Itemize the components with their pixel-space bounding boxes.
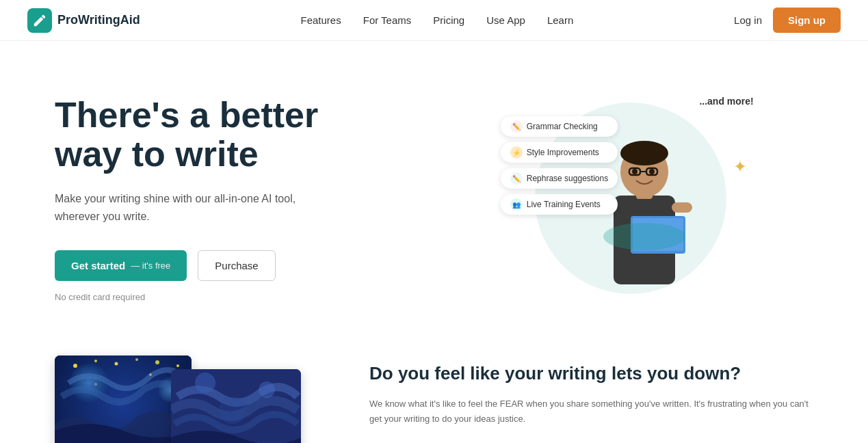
chip-rephrase-icon: ✏️ (510, 172, 523, 185)
svg-point-19 (176, 364, 179, 367)
svg-rect-4 (672, 202, 692, 213)
nav-link-use-app[interactable]: Use App (486, 14, 525, 26)
chip-rephrase: ✏️ Rephrase suggestions (501, 168, 618, 189)
chip-training-icon: 👥 (510, 198, 523, 211)
nav-link-pricing[interactable]: Pricing (433, 14, 464, 26)
svg-point-12 (649, 169, 655, 174)
chip-style-icon: ⚡ (510, 146, 523, 159)
sparkle-icon: ✦ (733, 157, 747, 176)
svg-point-21 (195, 373, 215, 393)
nav-link-for-teams[interactable]: For Teams (363, 14, 412, 26)
no-credit-text: No credit card required (55, 292, 421, 302)
get-started-button[interactable]: Get started — it's free (55, 250, 187, 281)
svg-point-18 (155, 360, 159, 364)
svg-point-15 (94, 360, 97, 362)
nav-actions: Log in Sign up (734, 8, 841, 33)
hero-illustration: ...and more! ✦ ✏️ Grammar Checking ⚡ Sty… (501, 89, 761, 308)
and-more-text: ...and more! (699, 96, 753, 107)
brand-logo-link[interactable]: ProWritingAid (27, 8, 140, 33)
login-button[interactable]: Log in (734, 14, 762, 26)
bottom-section: My idea in my head Do you feel like your… (0, 355, 868, 443)
hero-subtitle: Make your writing shine with our all-in-… (55, 190, 315, 225)
svg-point-13 (603, 223, 685, 250)
bottom-section-text: We know what it's like to feel the FEAR … (369, 397, 813, 427)
svg-point-16 (115, 362, 118, 366)
hero-section: There's a better way to write Make your … (0, 41, 868, 342)
bottom-left: My idea in my head (55, 355, 315, 443)
nav-links: Features For Teams Pricing Use App Learn (301, 14, 574, 26)
signup-button[interactable]: Sign up (773, 8, 841, 33)
feature-chips: ✏️ Grammar Checking ⚡ Style Improvements… (501, 116, 618, 215)
svg-point-7 (620, 141, 668, 165)
hero-right: ...and more! ✦ ✏️ Grammar Checking ⚡ Sty… (448, 82, 814, 314)
artwork-card-2 (171, 369, 301, 443)
navbar: ProWritingAid Features For Teams Pricing… (0, 0, 868, 41)
nav-link-features[interactable]: Features (301, 14, 341, 26)
bottom-right: Do you feel like your writing lets you d… (369, 355, 813, 427)
hero-cta-group: Get started — it's free Purchase (55, 250, 421, 281)
nav-link-learn[interactable]: Learn (547, 14, 573, 26)
chip-grammar: ✏️ Grammar Checking (501, 116, 618, 137)
svg-point-23 (219, 397, 246, 424)
chip-grammar-icon: ✏️ (510, 120, 523, 133)
hero-title: There's a better way to write (55, 96, 421, 174)
artwork-container: My idea in my head (55, 355, 287, 443)
hero-left: There's a better way to write Make your … (55, 82, 421, 302)
svg-point-22 (259, 381, 275, 398)
svg-point-14 (73, 364, 77, 368)
bottom-section-title: Do you feel like your writing lets you d… (369, 362, 813, 386)
purchase-button[interactable]: Purchase (198, 250, 275, 281)
artwork-card-2-inner (171, 369, 301, 443)
brand-name-text: ProWritingAid (57, 13, 140, 27)
brand-logo-icon (27, 8, 52, 33)
svg-point-17 (135, 358, 138, 361)
chip-live-training: 👥 Live Training Events (501, 194, 618, 215)
svg-point-11 (632, 169, 637, 174)
chip-style: ⚡ Style Improvements (501, 142, 618, 163)
